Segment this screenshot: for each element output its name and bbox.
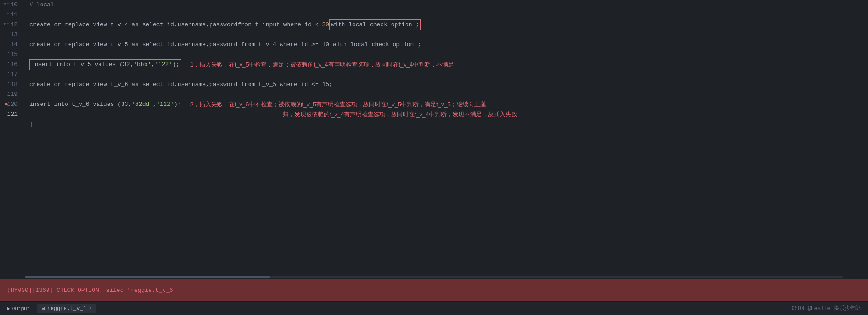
code-112-2: from t_input where id <= xyxy=(237,20,322,30)
fold-icon-112[interactable]: ▽ xyxy=(4,20,6,30)
code-121-cursor: | xyxy=(29,119,33,129)
code-line-110: # local xyxy=(29,0,868,10)
tab-close-button[interactable]: × xyxy=(89,305,92,312)
tab-reggie[interactable]: ⊞ reggie.t_v_1 × xyxy=(37,304,96,313)
code-line-116: insert into t_v_5 values (32,'bbb','122'… xyxy=(29,60,868,70)
line-num-113: 113 xyxy=(4,30,21,40)
code-118: create or replace view t_v_6 as select i… xyxy=(29,80,333,90)
output-item[interactable]: ▶ Output xyxy=(7,305,30,311)
code-120-3: ); xyxy=(174,100,181,110)
code-line-112: create or replace view t_v_4 as select i… xyxy=(29,20,868,30)
code-area: # local create or replace view t_v_4 as … xyxy=(25,0,868,275)
code-112-1: create or replace view t_v_4 as select i… xyxy=(29,20,209,30)
status-right: CSDN @Leslie 快乐少年郎 xyxy=(791,305,861,312)
error-bar: [HY000][1369] CHECK OPTION failed 'reggi… xyxy=(0,279,868,301)
code-120-str2: '122' xyxy=(156,100,174,110)
code-120-1: insert into t_v_6 values (33, xyxy=(29,100,132,110)
line-numbers: ▽ 110 111 ▽ 112 113 114 115 116 117 118 … xyxy=(0,0,25,275)
line-num-111: 111 xyxy=(4,10,21,20)
code-line-120-wrapper: insert into t_v_6 values (33,'d2dd','122… xyxy=(29,100,868,119)
code-120-2: , xyxy=(153,100,156,110)
line-num-119: 119 xyxy=(4,90,21,100)
annotation-116: 1，插入失败，在t_v_5中检查，满足；被依赖的t_v_4有声明检查选项，故同时… xyxy=(190,60,454,70)
error-icon-120: ● xyxy=(5,100,8,110)
line-num-112: ▽ 112 xyxy=(4,20,21,30)
code-line-113 xyxy=(29,30,868,40)
scrollbar-thumb[interactable] xyxy=(25,276,270,278)
local-check-option-box: with local check option ; xyxy=(329,19,421,30)
code-112-3: with local check option ; xyxy=(331,21,419,28)
code-line-120: insert into t_v_6 values (33,'d2dd','122… xyxy=(29,100,517,110)
code-line-115 xyxy=(29,50,868,60)
insert-116-box: insert into t_v_5 values (32,'bbb','122'… xyxy=(29,59,181,70)
annotation-120-line1: 2，插入失败，在t_v_6中不检查；被依赖的t_v_5有声明检查选项，故同时在t… xyxy=(190,100,486,110)
code-120-str1: 'd2dd' xyxy=(132,100,153,110)
code-line-111 xyxy=(29,10,868,20)
tab-label: reggie.t_v_1 xyxy=(47,305,86,312)
play-icon: ▶ xyxy=(7,305,10,311)
line-num-116: 116 xyxy=(4,60,21,70)
code-114: create or replace view t_v_5 as select i… xyxy=(29,40,421,50)
code-line-120b: 归，发现被依赖的t_v_4有声明检查选项，故同时在t_v_4中判断，发现不满足，… xyxy=(29,110,517,119)
table-icon: ⊞ xyxy=(42,305,45,312)
line-num-121: 121 xyxy=(4,110,21,119)
code-line-118: create or replace view t_v_6 as select i… xyxy=(29,80,868,90)
code-116-str2: '122' xyxy=(155,61,172,68)
code-116-1: insert into t_v_5 values (32, xyxy=(31,61,133,68)
line-num-110: ▽ 110 xyxy=(4,0,21,10)
annotation-120-line2: 归，发现被依赖的t_v_4有声明检查选项，故同时在t_v_4中判断，发现不满足，… xyxy=(283,110,517,119)
error-message: [HY000][1369] CHECK OPTION failed 'reggi… xyxy=(7,287,176,294)
line-num-118: 118 xyxy=(4,80,21,90)
fold-icon-110[interactable]: ▽ xyxy=(4,0,6,10)
line-num-120: ● 120 xyxy=(4,100,21,110)
code-116-2: , xyxy=(151,61,155,68)
code-line-119 xyxy=(29,90,868,100)
comment-110: # local xyxy=(29,0,54,10)
code-112-pw: password xyxy=(209,20,237,30)
output-label: Output xyxy=(12,306,30,311)
scrollbar-area[interactable] xyxy=(0,275,868,279)
code-line-121: | xyxy=(29,119,868,129)
line-num-115: 115 xyxy=(4,50,21,60)
code-line-114: create or replace view t_v_5 as select i… xyxy=(29,40,868,50)
code-116-str1: 'bbb' xyxy=(133,61,151,68)
code-116-3: ); xyxy=(172,61,179,68)
status-left: ▶ Output ⊞ reggie.t_v_1 × xyxy=(7,304,96,313)
status-bar: ▶ Output ⊞ reggie.t_v_1 × CSDN @Leslie 快… xyxy=(0,301,868,315)
line-num-117: 117 xyxy=(4,70,21,80)
csdn-attribution: CSDN @Leslie 快乐少年郎 xyxy=(791,305,861,312)
code-112-num: 30 xyxy=(322,20,330,30)
line-num-114: 114 xyxy=(4,40,21,50)
code-line-117 xyxy=(29,70,868,80)
scrollbar-track[interactable] xyxy=(25,276,843,278)
editor-area: ▽ 110 111 ▽ 112 113 114 115 116 117 118 … xyxy=(0,0,868,275)
